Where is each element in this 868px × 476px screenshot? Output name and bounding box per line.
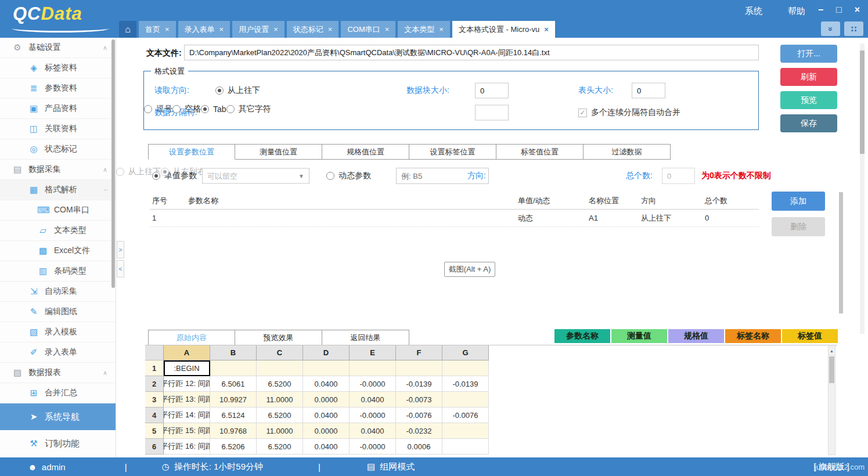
sheet-cell-F1[interactable] <box>396 360 442 376</box>
tab-close-icon[interactable]: × <box>439 25 444 34</box>
block-size-input[interactable] <box>475 83 509 99</box>
tab-规格值位置[interactable]: 规格值位置 <box>322 144 409 160</box>
parameter-panel-scrollbar-thumb[interactable] <box>839 192 843 313</box>
panel-collapse-handle[interactable]: < <box>117 260 124 277</box>
tab-设置标签位置[interactable]: 设置标签位置 <box>409 144 496 160</box>
sheet-cell-A2[interactable]: 平行距 12: 间距 <box>164 376 210 392</box>
tab-close-icon[interactable]: × <box>273 25 278 34</box>
sheet-cell-D1[interactable] <box>303 360 350 376</box>
sheet-cell-D2[interactable]: 0.0400 <box>303 376 350 392</box>
sheet-cell-F5[interactable]: -0.0232 <box>396 423 442 439</box>
sheet-column-header-D[interactable]: D <box>303 345 350 360</box>
tab-状态标记[interactable]: 状态标记 × <box>287 21 339 38</box>
dynamic-param-radio[interactable]: 动态参数 <box>326 171 371 181</box>
sidebar-item-录入模板[interactable]: ▧ 录入模板 <box>0 322 116 342</box>
sidebar-item-基础设置[interactable]: ⚙ 基础设置 ∧ <box>0 38 116 58</box>
separator-radio-其它字符[interactable]: 其它字符 <box>226 104 271 114</box>
tab-close-icon[interactable]: × <box>165 25 170 34</box>
sidebar-scrollbar[interactable] <box>111 39 115 288</box>
sidebar-item-自动采集[interactable]: ⇲ 自动采集 <box>0 282 116 302</box>
sheet-cell-B1[interactable] <box>210 360 257 376</box>
sheet-cell-E1[interactable] <box>350 360 396 376</box>
sheet-row-number[interactable]: 2 <box>145 376 164 392</box>
sheet-cell-C5[interactable]: 11.0000 <box>257 423 303 439</box>
sidebar-item-数据采集[interactable]: ▤ 数据采集 ∧ <box>0 160 116 180</box>
sheet-cell-A5[interactable]: 平行距 15: 间距 <box>164 423 210 439</box>
chevron-up-icon[interactable]: ∧ <box>103 44 107 52</box>
sheet-cell-C1[interactable] <box>257 360 303 376</box>
sheet-cell-D4[interactable]: 0.0400 <box>303 408 350 423</box>
sheet-column-header-G[interactable]: G <box>442 345 489 360</box>
sheet-cell-E6[interactable]: -0.0000 <box>350 439 396 455</box>
sheet-scroll-up-icon[interactable]: ▲ <box>829 347 835 355</box>
sheet-cell-A6[interactable]: 平行距 16: 间距 <box>164 439 210 455</box>
sidebar-item-订制功能[interactable]: ⚒ 订制功能 <box>0 430 116 457</box>
legend-标签名称[interactable]: 标签名称 <box>725 329 781 343</box>
sheet-cell-A1[interactable]: :BEGIN <box>164 360 210 376</box>
sheet-column-header-E[interactable]: E <box>350 345 396 360</box>
close-button[interactable]: × <box>855 5 860 15</box>
action-button-保存[interactable]: 保存 <box>780 114 837 132</box>
merge-separators-checkbox[interactable]: ✓多个连续分隔符自动合并 <box>578 107 680 118</box>
sidebar-item-COM串口[interactable]: ⌨ COM串口 <box>0 200 116 221</box>
sidebar-item-格式解析[interactable]: ▦ 格式解析 − <box>0 180 116 200</box>
delete-button[interactable]: 删除 <box>772 217 825 236</box>
main-scrollbar-thumb[interactable] <box>860 51 865 154</box>
tab-文本格式设置 - Micro-vu[interactable]: 文本格式设置 - Micro-vu × <box>452 21 555 38</box>
param-name-select[interactable]: 可以留空 ▼ <box>202 168 309 184</box>
sheet-cell-F2[interactable]: -0.0139 <box>396 376 442 392</box>
sheet-row-number[interactable]: 6 <box>145 439 164 455</box>
sheet-cell-B2[interactable]: 6.5061 <box>210 376 257 392</box>
sheet-row-number[interactable]: 1 <box>145 360 164 376</box>
tab-预览效果[interactable]: 预览效果 <box>235 330 322 345</box>
sheet-column-header-B[interactable]: B <box>210 345 257 360</box>
minimize-button[interactable]: − <box>818 5 823 15</box>
sidebar-item-合并汇总[interactable]: ⊞ 合并汇总 <box>0 383 116 403</box>
tab-测量值位置[interactable]: 测量值位置 <box>235 144 322 160</box>
sheet-cell-C6[interactable]: 6.5200 <box>257 439 303 455</box>
text-file-path-input[interactable] <box>184 45 759 60</box>
sheet-cell-D5[interactable]: 0.0000 <box>303 423 350 439</box>
action-button-刷新[interactable]: 刷新 <box>780 68 837 86</box>
sidebar-item-编辑图纸[interactable]: ✎ 编辑图纸 <box>0 302 116 322</box>
panel-expand-handle[interactable]: > <box>117 241 124 258</box>
read-direction-radio[interactable]: 从上往下 <box>215 85 260 96</box>
sheet-cell-B3[interactable]: 10.9927 <box>210 392 257 408</box>
sheet-scrollbar-thumb[interactable] <box>829 356 834 383</box>
home-tab[interactable]: ⌂ <box>119 21 136 38</box>
single-param-radio[interactable]: 单值参数 <box>152 171 197 181</box>
chevron-up-icon[interactable]: ∧ <box>103 369 107 377</box>
sheet-corner-cell[interactable] <box>145 345 164 360</box>
sheet-cell-E3[interactable]: 0.0400 <box>350 392 396 408</box>
sheet-cell-F3[interactable]: -0.0073 <box>396 392 442 408</box>
sheet-row-number[interactable]: 4 <box>145 408 164 423</box>
sidebar-item-产品资料[interactable]: ▣ 产品资料 <box>0 99 116 119</box>
sheet-cell-D6[interactable]: 0.0400 <box>303 439 350 455</box>
sheet-cell-G5[interactable] <box>442 423 489 439</box>
sidebar-item-标签资料[interactable]: ◈ 标签资料 <box>0 58 116 78</box>
menu-item-系统[interactable]: 系统 <box>745 6 762 17</box>
header-size-input[interactable] <box>632 83 665 99</box>
sheet-cell-E5[interactable]: 0.0400 <box>350 423 396 439</box>
sheet-cell-G3[interactable] <box>442 392 489 408</box>
sidebar-item-Excel文件[interactable]: ▩ Excel文件 <box>0 241 116 261</box>
sheet-cell-E4[interactable]: -0.0000 <box>350 408 396 423</box>
sheet-cell-E2[interactable]: -0.0000 <box>350 376 396 392</box>
menu-item-帮助[interactable]: 帮助 <box>788 6 805 17</box>
sidebar-item-系统导航[interactable]: ➤ 系统导航 <box>0 403 116 430</box>
sheet-row-number[interactable]: 5 <box>145 423 164 439</box>
sidebar-item-参数资料[interactable]: ≣ 参数资料 <box>0 78 116 99</box>
tab-close-icon[interactable]: × <box>385 25 390 34</box>
sheet-cell-C3[interactable]: 11.0000 <box>257 392 303 408</box>
tab-用户设置[interactable]: 用户设置 × <box>232 21 284 38</box>
sheet-cell-D3[interactable]: 0.0000 <box>303 392 350 408</box>
tab-grid-button[interactable]: ∷ <box>844 21 863 36</box>
maximize-button[interactable]: □ <box>836 5 842 15</box>
screenshot-button[interactable]: 截图(Alt + A) <box>444 262 495 277</box>
sidebar-item-关联资料[interactable]: ◫ 关联资料 <box>0 119 116 139</box>
add-button[interactable]: 添加 <box>772 192 825 211</box>
tab-close-icon[interactable]: × <box>328 25 333 34</box>
collapse-minus-icon[interactable]: − <box>104 186 107 193</box>
separator-radio-Tab[interactable]: Tab <box>201 104 226 114</box>
legend-标签值[interactable]: 标签值 <box>782 329 838 343</box>
